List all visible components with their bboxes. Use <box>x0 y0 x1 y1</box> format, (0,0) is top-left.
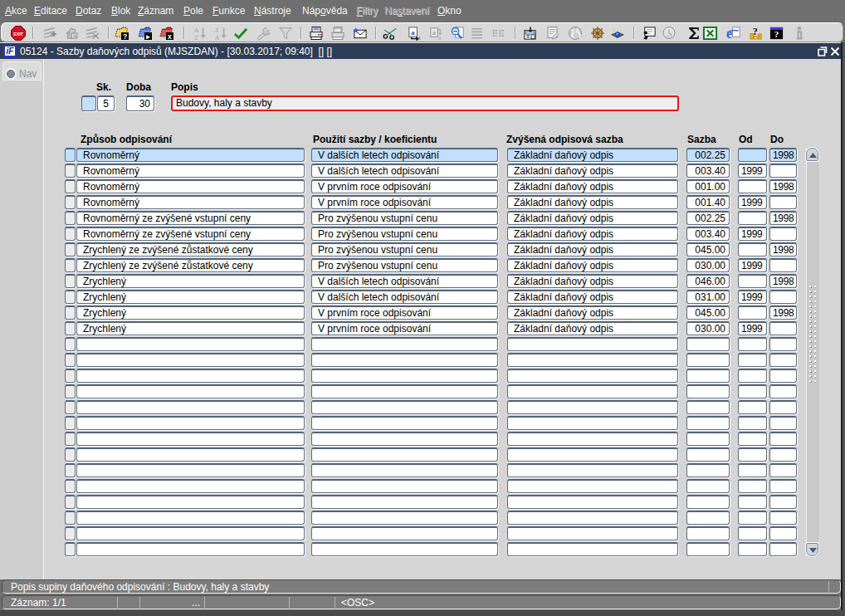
svg-text:EXIT: EXIT <box>13 32 23 37</box>
svg-text:1315: 1315 <box>666 35 672 38</box>
svg-text:Z: Z <box>194 34 198 41</box>
svg-text:e: e <box>726 27 732 41</box>
svg-text:a: a <box>411 28 415 37</box>
svg-text:?: ? <box>774 29 779 39</box>
svg-text:A: A <box>215 34 220 41</box>
svg-text:?: ? <box>123 32 127 41</box>
svg-text:x: x <box>168 32 172 41</box>
svg-text:a: a <box>438 34 442 41</box>
svg-text:▸: ▸ <box>145 32 150 41</box>
svg-text:a: a <box>432 28 437 37</box>
svg-text:a: a <box>418 34 421 41</box>
